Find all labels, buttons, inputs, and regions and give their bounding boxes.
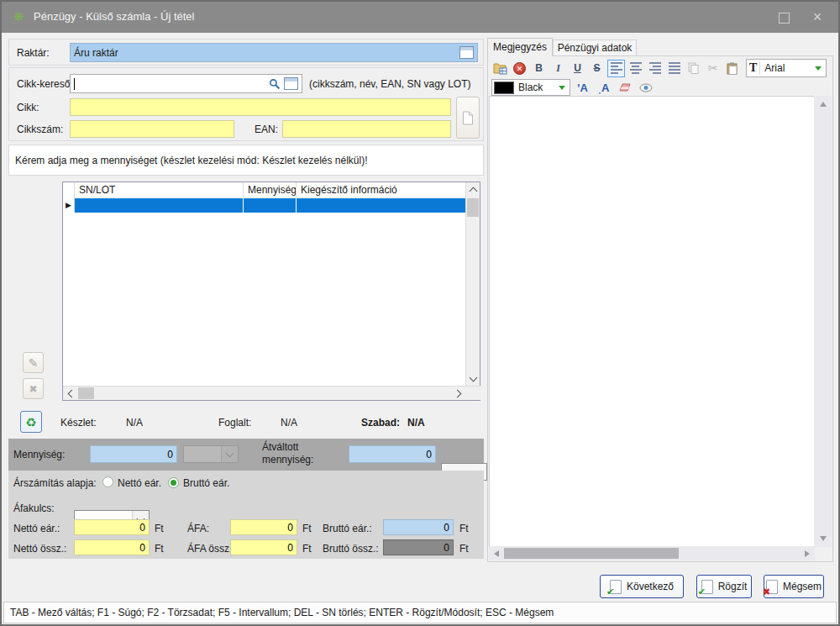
net-unitprice-label: Nettó eár.: — [13, 523, 60, 534]
column-header-kiegeszito[interactable]: Kiegészítő információ — [297, 182, 466, 198]
cell-snlot — [75, 198, 244, 213]
align-justify-button[interactable] — [665, 60, 683, 77]
font-family-value: Arial — [760, 62, 785, 74]
close-button[interactable]: × — [801, 2, 834, 33]
italic-button[interactable]: I — [549, 60, 567, 77]
netto-radio[interactable] — [102, 476, 113, 487]
dropdown-arrow-icon — [221, 446, 238, 462]
scroll-left-button[interactable] — [65, 387, 76, 400]
text-toolbar-row1: ✕ B I U S ✂ T Arial — [491, 59, 827, 77]
ean-label: EAN: — [255, 124, 278, 135]
vat-field[interactable] — [230, 519, 297, 535]
currency-unit: Ft — [302, 523, 312, 534]
gross-unitprice-field[interactable] — [383, 519, 454, 535]
item-search-hint: (cikkszám, név, EAN, SN vagy LOT) — [309, 78, 471, 90]
warehouse-label: Raktár: — [17, 47, 50, 59]
vat-label: ÁFA: — [187, 523, 209, 534]
scroll-up-button[interactable] — [466, 184, 480, 196]
check-icon: ✔ — [606, 587, 614, 597]
gross-unitprice-label: Bruttó eár.: — [323, 523, 372, 534]
converted-quantity-label-2: mennyiség: — [262, 454, 313, 466]
net-total-label: Nettó össz.: — [13, 543, 66, 555]
vat-key-label: Áfakulcs: — [13, 502, 55, 514]
note-textarea[interactable] — [489, 96, 815, 547]
brutto-radio-label[interactable]: Bruttó eár. — [183, 477, 229, 489]
eraser-icon — [618, 82, 632, 92]
column-header-mennyiseg[interactable]: Mennyiség — [244, 182, 297, 198]
hscroll-thumb[interactable] — [78, 387, 94, 399]
font-face-icon: T — [747, 61, 760, 75]
column-header-snlot[interactable]: SN/LOT — [75, 182, 244, 198]
converted-quantity-field[interactable] — [349, 445, 436, 463]
edit-row-button[interactable]: ✎ — [23, 352, 44, 373]
currency-unit: Ft — [155, 543, 164, 555]
tab-megjegyzes[interactable]: Megjegyzés — [487, 38, 553, 56]
search-icon[interactable] — [269, 78, 281, 90]
refresh-stock-button[interactable]: ♻ — [20, 411, 42, 433]
dropdown-arrow-icon — [559, 86, 565, 90]
vscroll-thumb[interactable] — [467, 198, 479, 217]
item-search-lookup-icon[interactable] — [284, 77, 298, 90]
ean-field[interactable] — [282, 120, 451, 138]
font-increase-icon: ʼA — [577, 82, 588, 94]
status-text: TAB - Mező váltás; F1 - Súgó; F2 - Törzs… — [10, 607, 554, 618]
note-vscrollbar[interactable] — [814, 96, 832, 547]
cancel-button[interactable]: ✖ Mégsem — [764, 575, 824, 598]
item-search-label: Cikk-kereső: — [17, 78, 73, 90]
scroll-left-button[interactable] — [491, 546, 502, 560]
scroll-right-button[interactable] — [453, 387, 465, 400]
align-left-button[interactable] — [607, 60, 625, 77]
erase-format-button[interactable] — [616, 79, 633, 97]
delete-row-button[interactable]: ✖ — [23, 378, 44, 399]
netto-radio-label[interactable]: Nettó eár. — [118, 477, 161, 489]
item-search-input[interactable] — [75, 78, 269, 90]
title-bar: ❋ Pénzügy - Külső számla - Új tétel × — [2, 2, 838, 33]
item-number-field[interactable] — [70, 120, 234, 138]
preview-button[interactable] — [637, 79, 654, 97]
insert-template-button[interactable] — [491, 60, 509, 77]
scroll-right-button[interactable] — [801, 546, 813, 560]
brutto-radio[interactable] — [168, 477, 179, 488]
scroll-down-button[interactable] — [466, 373, 480, 385]
table-vscrollbar[interactable] — [465, 182, 480, 387]
item-name-field[interactable] — [70, 98, 451, 116]
next-button[interactable]: ✔ Következő — [600, 575, 684, 598]
decrease-font-button[interactable]: ˌA — [595, 79, 612, 97]
scroll-up-button[interactable] — [814, 98, 832, 110]
tab-penzugyi-adatok[interactable]: Pénzügyi adatok — [553, 39, 637, 56]
bold-button[interactable]: B — [530, 60, 548, 77]
dropdown-arrow-icon — [815, 66, 822, 71]
increase-font-button[interactable]: ʼA — [574, 79, 591, 97]
stock-value: N/A — [126, 417, 143, 429]
row-indicator-header — [63, 182, 75, 198]
pencil-icon: ✎ — [29, 356, 39, 370]
copy-button[interactable] — [685, 60, 702, 77]
net-total-field[interactable] — [74, 539, 150, 555]
save-button[interactable]: ✔ Rögzít — [696, 575, 752, 598]
font-color-dropdown[interactable]: Black — [491, 79, 570, 96]
strikethrough-button[interactable]: S — [588, 60, 606, 77]
cut-button[interactable]: ✂ — [704, 60, 722, 77]
maximize-button[interactable] — [767, 2, 801, 33]
warehouse-combobox[interactable]: Áru raktár — [70, 43, 478, 62]
net-unitprice-field[interactable] — [74, 519, 150, 535]
table-hscrollbar[interactable] — [63, 386, 481, 400]
align-center-button[interactable] — [627, 60, 644, 77]
underline-button[interactable]: U — [569, 60, 586, 77]
quantity-field[interactable] — [90, 445, 177, 463]
cancel-page-icon: ✖ — [766, 580, 778, 594]
cross-icon: ✖ — [763, 587, 770, 597]
font-family-dropdown[interactable]: T Arial — [746, 59, 827, 77]
scroll-down-button[interactable] — [814, 533, 832, 544]
scissors-icon: ✂ — [708, 61, 718, 75]
note-hscrollbar[interactable] — [489, 546, 815, 560]
align-center-icon — [630, 62, 642, 74]
hscroll-thumb[interactable] — [504, 548, 679, 559]
paste-button[interactable] — [723, 60, 741, 77]
clear-text-button[interactable]: ✕ — [511, 60, 528, 77]
align-right-button[interactable] — [646, 60, 664, 77]
vat-total-field[interactable] — [230, 539, 297, 555]
table-row-selected[interactable]: ▶ — [63, 198, 480, 213]
new-item-button[interactable] — [456, 97, 480, 139]
warehouse-lookup-icon[interactable] — [459, 46, 474, 59]
